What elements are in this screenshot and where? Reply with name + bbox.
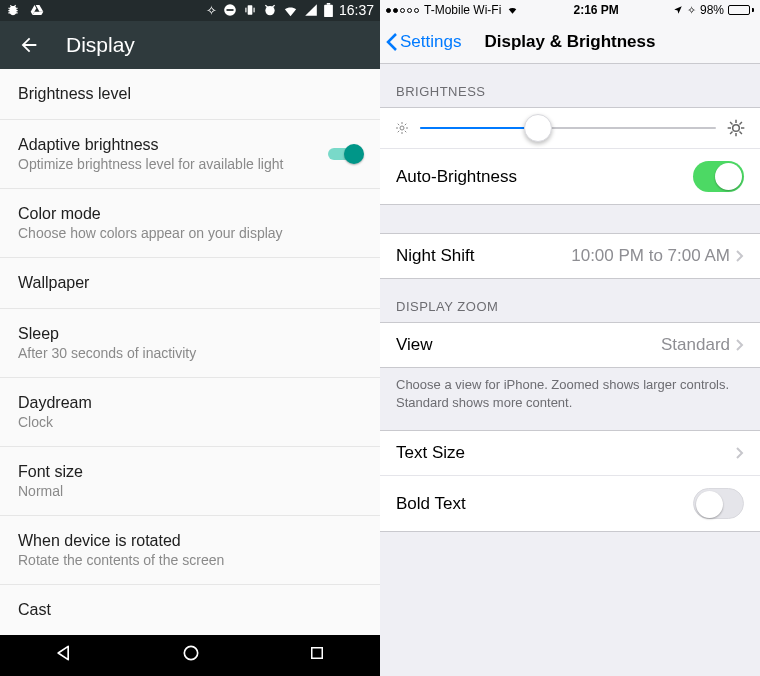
chevron-right-icon <box>736 339 744 351</box>
brightness-slider[interactable] <box>420 127 716 129</box>
svg-point-8 <box>184 647 197 660</box>
bluetooth-icon: ✧ <box>687 4 696 17</box>
sun-small-icon <box>394 120 410 136</box>
brightness-slider-row <box>380 108 760 149</box>
cell-bold-text[interactable]: Bold Text <box>380 476 760 531</box>
settings-list: Brightness level Adaptive brightness Opt… <box>0 69 380 635</box>
row-wallpaper[interactable]: Wallpaper <box>0 258 380 309</box>
location-icon <box>673 5 683 15</box>
ios-header: Settings Display & Brightness <box>380 20 760 64</box>
svg-point-5 <box>265 6 274 15</box>
auto-brightness-toggle[interactable] <box>693 161 744 192</box>
row-sleep[interactable]: Sleep After 30 seconds of inactivity <box>0 309 380 378</box>
sun-large-icon <box>726 118 746 138</box>
row-title: Sleep <box>18 325 362 343</box>
svg-rect-3 <box>245 8 246 13</box>
row-cast[interactable]: Cast <box>0 585 380 635</box>
android-header: Display <box>0 21 380 69</box>
text-group: Text Size Bold Text <box>380 430 760 532</box>
status-right-icons: ✧ 16:37 <box>206 2 374 18</box>
cell-view[interactable]: View Standard <box>380 323 760 367</box>
row-color-mode[interactable]: Color mode Choose how colors appear on y… <box>0 189 380 258</box>
svg-point-19 <box>733 125 740 132</box>
cell-label: Night Shift <box>396 246 474 266</box>
svg-rect-7 <box>327 3 331 5</box>
cell-night-shift[interactable]: Night Shift 10:00 PM to 7:00 AM <box>380 234 760 278</box>
svg-rect-2 <box>248 6 253 15</box>
back-label: Settings <box>400 32 461 52</box>
row-rotation[interactable]: When device is rotated Rotate the conten… <box>0 516 380 585</box>
nav-home-button[interactable] <box>181 643 201 667</box>
android-nav-bar <box>0 635 380 676</box>
svg-rect-9 <box>312 648 323 659</box>
svg-point-10 <box>400 126 404 130</box>
nav-recent-button[interactable] <box>308 644 326 666</box>
row-daydream[interactable]: Daydream Clock <box>0 378 380 447</box>
signal-dots-icon <box>386 8 419 13</box>
status-left: T-Mobile Wi-Fi <box>386 3 519 17</box>
status-right: ✧ 98% <box>673 3 754 17</box>
section-header-brightness: BRIGHTNESS <box>380 64 760 107</box>
cell-value: 10:00 PM to 7:00 AM <box>571 246 730 266</box>
dnd-icon <box>223 3 237 17</box>
row-title: Color mode <box>18 205 362 223</box>
row-title: Cast <box>18 601 362 619</box>
chevron-right-icon <box>736 250 744 262</box>
chevron-right-icon <box>736 447 744 459</box>
row-title: Wallpaper <box>18 274 362 292</box>
svg-line-16 <box>405 131 406 132</box>
row-brightness-level[interactable]: Brightness level <box>0 69 380 120</box>
ios-display-brightness-screen: T-Mobile Wi-Fi 2:16 PM ✧ 98% Settings Di… <box>380 0 760 676</box>
cell-text-size[interactable]: Text Size <box>380 431 760 476</box>
circle-home-icon <box>181 643 201 663</box>
row-subtitle: After 30 seconds of inactivity <box>18 345 362 361</box>
back-button[interactable]: Settings <box>380 32 461 52</box>
svg-line-25 <box>740 132 742 134</box>
row-title: Daydream <box>18 394 362 412</box>
row-subtitle: Rotate the contents of the screen <box>18 552 362 568</box>
cell-label: Text Size <box>396 443 465 463</box>
alarm-icon <box>263 3 277 17</box>
row-subtitle: Normal <box>18 483 362 499</box>
row-title: Font size <box>18 463 362 481</box>
debug-icon <box>6 3 20 17</box>
brightness-group: Auto-Brightness <box>380 107 760 205</box>
cell-label: View <box>396 335 433 355</box>
android-display-settings-screen: ✧ 16:37 Display Brightness level Adaptiv… <box>0 0 380 676</box>
svg-rect-4 <box>253 8 254 13</box>
svg-line-18 <box>405 124 406 125</box>
row-title: When device is rotated <box>18 532 362 550</box>
cell-value: Standard <box>661 335 730 355</box>
slider-thumb[interactable] <box>524 114 552 142</box>
bluetooth-icon: ✧ <box>206 3 217 18</box>
row-title: Adaptive brightness <box>18 136 328 154</box>
triangle-back-icon <box>54 643 74 663</box>
ios-status-bar: T-Mobile Wi-Fi 2:16 PM ✧ 98% <box>380 0 760 20</box>
svg-line-15 <box>398 124 399 125</box>
adaptive-brightness-toggle[interactable] <box>328 144 362 164</box>
svg-rect-6 <box>324 5 333 17</box>
cell-auto-brightness[interactable]: Auto-Brightness <box>380 149 760 204</box>
android-status-bar: ✧ 16:37 <box>0 0 380 21</box>
row-adaptive-brightness[interactable]: Adaptive brightness Optimize brightness … <box>0 120 380 189</box>
row-subtitle: Optimize brightness level for available … <box>18 156 328 172</box>
status-left-icons <box>6 3 44 17</box>
svg-line-26 <box>730 132 732 134</box>
nightshift-group: Night Shift 10:00 PM to 7:00 AM <box>380 233 760 279</box>
nav-back-button[interactable] <box>54 643 74 667</box>
square-recent-icon <box>308 644 326 662</box>
signal-icon <box>304 3 318 17</box>
status-time: 16:37 <box>339 2 374 18</box>
cell-label: Auto-Brightness <box>396 167 517 187</box>
back-button[interactable] <box>18 34 40 56</box>
vibrate-icon <box>243 3 257 17</box>
zoom-group: View Standard <box>380 322 760 368</box>
row-subtitle: Choose how colors appear on your display <box>18 225 362 241</box>
bold-text-toggle[interactable] <box>693 488 744 519</box>
row-font-size[interactable]: Font size Normal <box>0 447 380 516</box>
svg-line-17 <box>398 131 399 132</box>
svg-line-27 <box>740 122 742 124</box>
cell-label: Bold Text <box>396 494 466 514</box>
wifi-icon <box>283 3 298 18</box>
row-title: Brightness level <box>18 85 362 103</box>
